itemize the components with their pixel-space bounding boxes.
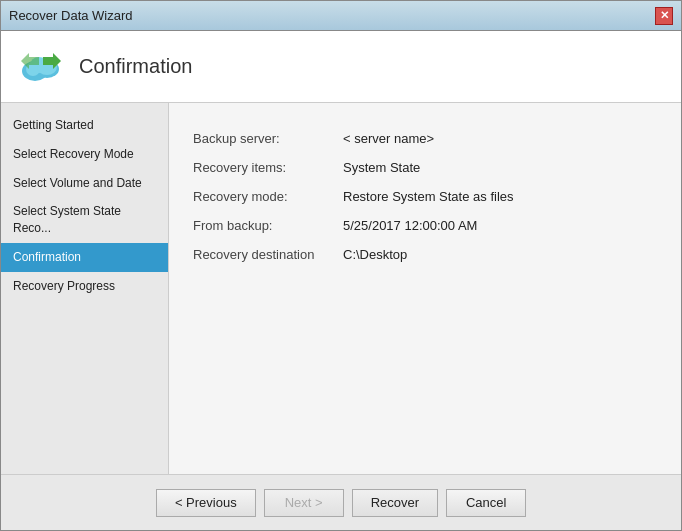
info-row-0: Backup server:< server name> — [193, 131, 657, 146]
sidebar-item-2[interactable]: Select Volume and Date — [1, 169, 168, 198]
cancel-button[interactable]: Cancel — [446, 489, 526, 517]
sidebar-item-0[interactable]: Getting Started — [1, 111, 168, 140]
info-table: Backup server:< server name>Recovery ite… — [193, 131, 657, 262]
header-icon — [17, 43, 65, 91]
info-label-2: Recovery mode: — [193, 189, 343, 204]
wizard-window: Recover Data Wizard ✕ Confirmation Getti… — [0, 0, 682, 531]
info-value-4: C:\Desktop — [343, 247, 407, 262]
info-value-3: 5/25/2017 12:00:00 AM — [343, 218, 477, 233]
content-area: Getting StartedSelect Recovery ModeSelec… — [1, 103, 681, 474]
info-row-4: Recovery destinationC:\Desktop — [193, 247, 657, 262]
sidebar-item-4[interactable]: Confirmation — [1, 243, 168, 272]
previous-button[interactable]: < Previous — [156, 489, 256, 517]
sidebar: Getting StartedSelect Recovery ModeSelec… — [1, 103, 169, 474]
info-label-0: Backup server: — [193, 131, 343, 146]
info-row-1: Recovery items:System State — [193, 160, 657, 175]
main-content: Backup server:< server name>Recovery ite… — [169, 103, 681, 474]
window-title: Recover Data Wizard — [9, 8, 133, 23]
info-label-3: From backup: — [193, 218, 343, 233]
info-value-0: < server name> — [343, 131, 434, 146]
recover-button[interactable]: Recover — [352, 489, 438, 517]
wizard-header: Confirmation — [1, 31, 681, 103]
info-row-3: From backup:5/25/2017 12:00:00 AM — [193, 218, 657, 233]
info-value-2: Restore System State as files — [343, 189, 514, 204]
info-label-4: Recovery destination — [193, 247, 343, 262]
sidebar-item-3[interactable]: Select System State Reco... — [1, 197, 168, 243]
wizard-footer: < Previous Next > Recover Cancel — [1, 474, 681, 530]
sidebar-item-1[interactable]: Select Recovery Mode — [1, 140, 168, 169]
close-button[interactable]: ✕ — [655, 7, 673, 25]
title-bar: Recover Data Wizard ✕ — [1, 1, 681, 31]
info-label-1: Recovery items: — [193, 160, 343, 175]
sidebar-item-5[interactable]: Recovery Progress — [1, 272, 168, 301]
info-value-1: System State — [343, 160, 420, 175]
page-title: Confirmation — [79, 55, 192, 78]
next-button[interactable]: Next > — [264, 489, 344, 517]
info-row-2: Recovery mode:Restore System State as fi… — [193, 189, 657, 204]
